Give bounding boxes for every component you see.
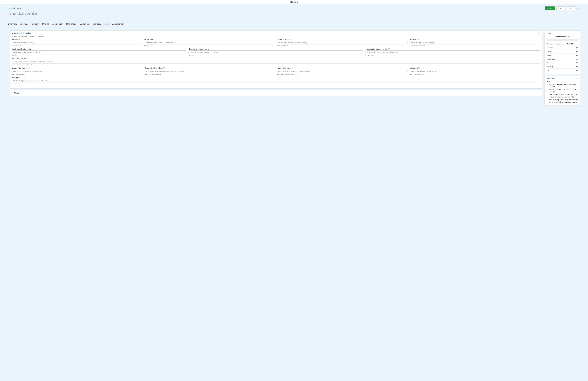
- score-row-business: Business0%: [546, 46, 578, 50]
- tab-competition[interactable]: Competition: [52, 22, 63, 27]
- results-card: Results Overall score: 0% How do we anal…: [545, 30, 580, 74]
- transactional-hint: Select transactional model type: [144, 74, 275, 75]
- score-row-solution: Solution0%: [546, 50, 578, 54]
- general-info-title: General information: [14, 32, 31, 34]
- info-icon: i: [153, 39, 154, 40]
- info-icon: i: [419, 67, 420, 68]
- markets-input[interactable]: [410, 41, 540, 44]
- categories-label: *Categoriesi: [410, 67, 540, 69]
- markets-hint: Select market(s) (maximum 5): [410, 45, 540, 46]
- tab-overview[interactable]: Overview: [8, 22, 17, 27]
- tab-market[interactable]: Market: [42, 22, 49, 27]
- tab-management[interactable]: Management: [112, 22, 124, 27]
- entity-type-label: *Entity typei: [144, 39, 275, 41]
- notification-title: Notification: [546, 77, 555, 79]
- section-more-icon[interactable]: •••: [538, 92, 540, 94]
- save-button[interactable]: Save: [556, 6, 565, 10]
- info-icon: i: [418, 39, 419, 40]
- info-icon: i: [12, 36, 13, 37]
- tab-business[interactable]: Business: [20, 22, 28, 27]
- section-more-icon[interactable]: •••: [538, 32, 540, 34]
- entity-name-label: Entity name: [12, 39, 142, 41]
- pitch-deck-title-input[interactable]: [8, 11, 79, 16]
- score-row-operations: Operations0%: [546, 61, 578, 65]
- hq-city-input[interactable]: [12, 50, 186, 54]
- notification-card: Notification Note: Write in no less than…: [545, 76, 580, 106]
- categories-hint: Select categories (maximum 5): [410, 74, 540, 75]
- score-row-risk: Risk0%: [546, 68, 578, 72]
- brand-logo: lipidea: [290, 1, 298, 3]
- info-icon: i: [18, 77, 20, 78]
- tab-marketing[interactable]: Marketing: [80, 22, 89, 27]
- note-item: Reason being, we're using data science a…: [549, 99, 578, 103]
- tab-financials[interactable]: Financials: [92, 22, 101, 27]
- score-row-competition: Competition0%: [546, 57, 578, 61]
- info-icon: i: [27, 58, 28, 59]
- categories-input[interactable]: [410, 70, 540, 73]
- moat-label: *Defensibility moat(s)i: [277, 67, 407, 69]
- goals-title: Goals: [14, 92, 19, 94]
- hq-country-input[interactable]: [365, 50, 540, 54]
- entity-name-hint: Enter entity name: [12, 45, 142, 46]
- note-list: Write in no less than 2 words for short …: [546, 83, 578, 103]
- info-icon: i: [290, 39, 291, 40]
- stage-input[interactable]: [12, 70, 142, 73]
- industry-input[interactable]: [12, 79, 540, 83]
- industry-hint: Select industry: [12, 83, 540, 85]
- info-icon: i: [293, 67, 294, 68]
- required-note: i Please fill in all required fields mar…: [12, 36, 540, 37]
- ownership-status-input[interactable]: [277, 41, 407, 44]
- moat-input[interactable]: [277, 70, 407, 73]
- entity-type-hint: Select entity type: [144, 45, 275, 46]
- info-icon: i: [29, 67, 30, 68]
- chevron-down-icon[interactable]: [12, 32, 13, 34]
- markets-label: *Market(s)i: [410, 39, 540, 41]
- hq-city-label: Headquarter location - city: [12, 48, 186, 50]
- chevron-down-icon[interactable]: [576, 32, 578, 34]
- required-note-text: Please fill in all required fields marke…: [14, 36, 45, 37]
- info-icon: i: [388, 48, 390, 49]
- overall-score-progress: [546, 39, 578, 41]
- hq-state-input[interactable]: [189, 50, 363, 54]
- hamburger-icon[interactable]: [1, 1, 3, 3]
- results-title: Results: [546, 32, 552, 34]
- pitch-label: *One-sentence pitchi: [12, 58, 540, 60]
- hq-country-label: *Headquarter location - countryi: [365, 48, 540, 50]
- hq-city-hint: Enter city: [12, 55, 186, 56]
- score-row-market: Market0%: [546, 54, 578, 57]
- analyze-button[interactable]: Analyze: [545, 6, 555, 10]
- general-information-card: General information ••• i Please fill in…: [10, 30, 542, 88]
- goals-card: Goals •••: [10, 90, 542, 96]
- entity-type-input[interactable]: [144, 41, 275, 44]
- logo-text: lipidea: [291, 1, 298, 3]
- score-list: Business0% Solution0% Market0% Competiti…: [546, 46, 578, 72]
- chevron-down-icon[interactable]: [12, 92, 13, 94]
- analyze-question: How do we analyze your pitch deck?: [546, 43, 578, 45]
- ownership-status-hint: Select ownership status: [277, 45, 407, 46]
- score-row-marketing: Marketing0%: [546, 65, 578, 68]
- pitch-hint: Describe what you do in 10 to 50 words: [12, 64, 540, 65]
- note-item: Write in no less than 2 words for short …: [549, 83, 578, 88]
- transactional-input[interactable]: [144, 70, 275, 73]
- overall-score-label: Overall score: 0%: [546, 36, 578, 38]
- tab-risk[interactable]: Risk: [105, 22, 108, 27]
- tab-operations[interactable]: Operations: [66, 22, 76, 27]
- pitch-input[interactable]: [12, 60, 540, 64]
- info-icon: i: [164, 67, 165, 68]
- tabs-bar: Overview Business Solution Market Compet…: [8, 22, 580, 27]
- note-item: Due to large datasets, it may take up to…: [549, 93, 578, 98]
- note-item: Write in more than 7 words for normal an…: [549, 88, 578, 93]
- more-actions-icon[interactable]: •••: [577, 7, 580, 10]
- ownership-status-label: Ownership statusi: [277, 39, 407, 41]
- transactional-label: *Transactional model typei: [144, 67, 275, 69]
- note-label: Note:: [546, 81, 578, 83]
- hq-state-hint: Enter state: [189, 55, 363, 56]
- breadcrumb: Create pitch deck: [8, 7, 21, 9]
- stage-hint: Select development stage: [12, 74, 142, 75]
- industry-label: *Industryi: [12, 77, 540, 79]
- entity-name-input[interactable]: [12, 41, 142, 44]
- tab-solution[interactable]: Solution: [32, 22, 39, 27]
- hq-country-hint: Select country: [365, 55, 540, 56]
- chevron-down-icon[interactable]: [576, 78, 578, 79]
- close-button[interactable]: Close: [566, 6, 575, 10]
